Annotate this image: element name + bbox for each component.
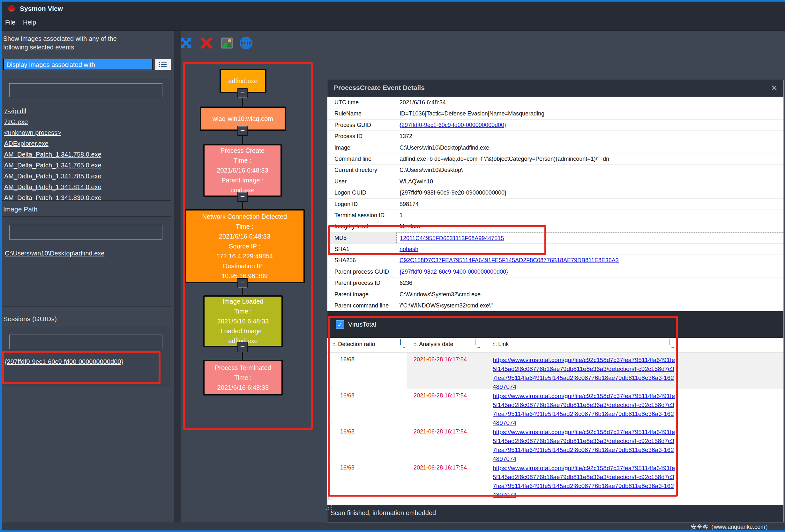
detail-row[interactable]: Terminal session ID1 — [327, 210, 783, 221]
menu-help[interactable]: Help — [23, 19, 36, 26]
column-header-detection-ratio[interactable]: ::.Detection ratio — [332, 341, 375, 348]
virustotal-link[interactable]: https://www.virustotal.com/gui/file/c92c… — [493, 425, 675, 463]
virustotal-row[interactable]: 16/682021-06-28 16:17:54https://www.viru… — [327, 425, 783, 461]
detail-row[interactable]: ImageC:\Users\win10\Desktop\adfind.exe — [327, 142, 783, 153]
virustotal-rows: 16/682021-06-28 16:17:54https://www.viru… — [327, 353, 783, 497]
process-link[interactable]: AM_Delta_Patch_1.341.814.0.exe — [4, 182, 167, 192]
detail-row[interactable]: Process ID1372 — [327, 131, 783, 142]
diagram-node[interactable]: Image LoadedTime :2021/6/16 6:48:33Loade… — [203, 295, 283, 347]
virustotal-row[interactable]: 16/682021-06-28 16:17:54https://www.viru… — [327, 389, 783, 425]
group-expander-line — [330, 392, 330, 502]
column-header-link[interactable]: ::.Link — [493, 341, 509, 348]
sidebar-splitter[interactable] — [174, 31, 181, 523]
detail-row[interactable]: SHA256C92C158D7C37FEA795114FA6491FE5F145… — [327, 255, 783, 266]
connector-line — [242, 288, 243, 295]
process-link[interactable]: AM_Delta_Patch_1.341.830.0.exe — [4, 192, 167, 201]
detail-row-value: 2021/6/16 6:48:34 — [396, 97, 783, 108]
detection-ratio: 16/68 — [340, 464, 355, 471]
column-resize-icon[interactable]: ↔ — [475, 339, 482, 351]
detail-row[interactable]: Process GUID{297ffdf0-9ec1-60c9-fd00-000… — [327, 119, 783, 131]
resize-grip[interactable] — [331, 509, 332, 510]
group-expander-knob[interactable] — [328, 424, 332, 427]
menu-file[interactable]: File — [5, 19, 15, 26]
column-resize-icon[interactable]: ↔ — [400, 339, 408, 351]
swap-arrows-icon[interactable] — [179, 36, 193, 50]
virustotal-row[interactable]: 16/682021-06-28 16:17:54https://www.viru… — [327, 461, 783, 497]
process-link[interactable]: ADExplorer.exe — [4, 138, 167, 149]
event-filter-combobox[interactable] — [9, 83, 162, 97]
detail-value-link[interactable]: {297ffdf0-9ec1-60c9-fd00-000000000d00} — [400, 122, 506, 128]
process-link[interactable]: 7zG.exe — [4, 116, 167, 127]
detail-value-link[interactable]: C92C158D7C37FEA795114FA6491FE5F145AD2F8C… — [400, 257, 619, 263]
detail-row-value: 12011C44955FD6631113F68A99447515 — [396, 233, 783, 243]
detail-row-value: 598174 — [396, 199, 783, 210]
diagram-node[interactable]: Network Connection DetectedTime :2021/6/… — [184, 209, 305, 283]
analysis-date: 2021-06-28 16:17:54 — [413, 464, 467, 471]
virustotal-link[interactable]: https://www.virustotal.com/gui/file/c92c… — [493, 389, 675, 427]
image-export-icon[interactable] — [220, 36, 234, 50]
group-expander-knob[interactable] — [328, 496, 332, 500]
diagram-node[interactable]: Process CreateTime :2021/6/16 6:48:33Par… — [203, 144, 282, 197]
group-expander-knob[interactable] — [328, 460, 332, 463]
collapse-toggle[interactable]: − — [237, 342, 248, 352]
column-header-analysis-date[interactable]: ::.Analysis date — [413, 341, 453, 348]
virustotal-checkbox[interactable]: ✓ — [336, 320, 344, 329]
globe-icon[interactable] — [239, 36, 253, 50]
detail-row[interactable]: Command lineadfind.exe -b dc=wlaq,dc=com… — [327, 153, 783, 165]
analysis-date: 2021-06-28 16:17:54 — [413, 428, 467, 435]
detail-row[interactable]: UTC time2021/6/16 6:48:34 — [327, 97, 783, 108]
detail-value-link[interactable]: 12011C44955FD6631113F68A99447515 — [400, 235, 504, 241]
collapse-toggle[interactable]: − — [237, 88, 248, 98]
column-resize-icon[interactable]: ↔ — [669, 339, 677, 351]
detail-row-value: C:\Windows\System32\cmd.exe — [396, 289, 783, 300]
detail-row-value: 6236 — [396, 277, 783, 288]
detail-row[interactable]: SHA1nohash — [327, 244, 783, 255]
close-icon[interactable]: ✕ — [770, 83, 778, 93]
list-view-button[interactable] — [155, 59, 171, 70]
details-window-header[interactable]: ProcessCreate Event Details ✕ — [327, 80, 783, 97]
detail-value-link[interactable]: nohash — [400, 246, 419, 252]
detail-row-value: C:\Users\win10\Desktop\adfind.exe — [396, 142, 783, 153]
detail-row[interactable]: Current directoryC:\Users\win10\Desktop\ — [327, 165, 783, 176]
session-filter-input[interactable] — [9, 335, 162, 349]
detail-row[interactable]: Integrity levelMedium — [327, 221, 783, 232]
collapse-toggle[interactable]: − — [237, 126, 248, 136]
collapse-toggle[interactable]: − — [237, 192, 248, 202]
detail-row-value: ID=T1036|Tactic=Defense Evasion|Name=Mas… — [396, 108, 783, 119]
detail-row-label: Process GUID — [327, 119, 396, 130]
sessions-group: {297ffdf0-9ec1-60c9-fd00-000000000d00} — [2, 326, 171, 386]
session-guid-link[interactable]: {297ffdf0-9ec1-60c9-fd00-000000000d00} — [5, 358, 123, 366]
status-bar: Scan finished, information embedded — [327, 505, 783, 522]
group-expander-knob[interactable] — [328, 388, 332, 391]
detail-row-label: Command line — [327, 153, 396, 164]
image-path-link[interactable]: C:\Users\win10\Desktop\adfind.exe — [5, 250, 104, 257]
detail-value-link[interactable]: {297ffdf0-98a2-60c9-9400-000000000d00} — [400, 269, 508, 275]
detail-row[interactable]: Logon ID598174 — [327, 199, 783, 210]
image-path-input[interactable] — [9, 225, 162, 240]
detail-row-label: Logon ID — [327, 199, 396, 210]
process-link[interactable]: AM_Delta_Patch_1.341.785.0.exe — [4, 170, 167, 182]
diagram-node-line: Network Connection Detected — [202, 212, 287, 222]
detail-row[interactable]: Parent process ID6236 — [327, 277, 783, 289]
detail-row[interactable]: Parent process GUID{297ffdf0-98a2-60c9-9… — [327, 266, 783, 277]
process-link[interactable]: <unknown process> — [4, 127, 167, 138]
process-link[interactable]: AM_Delta_Patch_1.341.758.0.exe — [4, 149, 167, 160]
process-link[interactable]: 7-zip.dll — [4, 106, 167, 116]
detail-row[interactable]: RuleNameID=T1036|Tactic=Defense Evasion|… — [327, 108, 783, 119]
virustotal-link[interactable]: https://www.virustotal.com/gui/file/c92c… — [493, 461, 675, 500]
diagram-node[interactable]: Process TerminatedTime :2021/6/16 6:48:3… — [203, 360, 283, 396]
diagram-node-line: 2021/6/16 6:48:33 — [217, 383, 269, 393]
virustotal-row[interactable]: 16/682021-06-28 16:17:54https://www.viru… — [327, 353, 783, 389]
display-mode-combobox[interactable]: Display images associated with — [3, 59, 153, 70]
detail-row[interactable]: Parent command line\"C:\WINDOWS\system32… — [327, 300, 783, 311]
process-link[interactable]: AM_Delta_Patch_1.341.765.0.exe — [4, 160, 167, 170]
list-icon — [159, 61, 167, 68]
virustotal-link[interactable]: https://www.virustotal.com/gui/file/c92c… — [493, 353, 675, 391]
collapse-toggle[interactable]: − — [237, 278, 248, 288]
detail-row[interactable]: Logon GUID{297ffdf0-988f-60c9-9e20-09000… — [327, 187, 783, 198]
detail-row[interactable]: UserWLAQ\win10 — [327, 176, 783, 187]
detail-row[interactable]: MD512011C44955FD6631113F68A99447515 — [327, 233, 783, 244]
detail-row[interactable]: Parent imageC:\Windows\System32\cmd.exe — [327, 289, 783, 300]
detail-row-label: Terminal session ID — [327, 210, 396, 221]
delete-icon[interactable] — [199, 36, 214, 50]
